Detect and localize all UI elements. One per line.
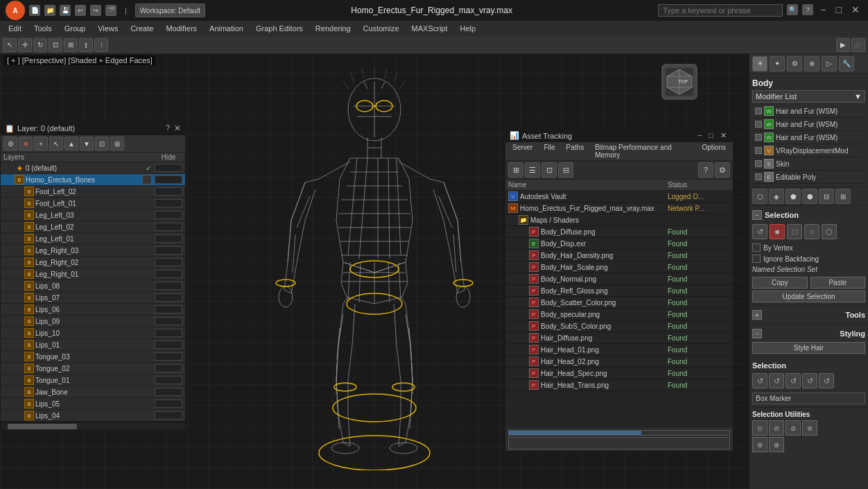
rp-modify-btn[interactable]: ⚙	[787, 56, 802, 71]
asset-row-10[interactable]: P Body_specular.png Found	[505, 309, 733, 320]
util-icon-3[interactable]: ⊚	[785, 420, 801, 436]
asset-list[interactable]: V Autodesk Vault Logged O... M Homo_Erec…	[505, 191, 733, 427]
layer-list[interactable]: ◈ 0 (default) ✓ B Homo_Erectus_Bones B F…	[1, 162, 185, 422]
mod-btn-6[interactable]: ⊞	[835, 189, 851, 204]
tools-expand-btn[interactable]: +	[752, 310, 762, 320]
mod-checkbox-3[interactable]	[755, 147, 762, 154]
layer-hide-2[interactable]	[155, 187, 182, 196]
layer-row-11[interactable]: B Lips_07	[1, 292, 185, 304]
layer-add-btn[interactable]: +	[34, 137, 48, 151]
render-btn[interactable]: ▶	[836, 38, 850, 52]
modifier-item-0[interactable]: W Hair and Fur (WSM)	[752, 105, 865, 118]
rp-motion-btn[interactable]: ▷	[822, 56, 837, 71]
redo-btn[interactable]: ↪	[90, 5, 101, 16]
menu-edit[interactable]: Edit	[3, 23, 27, 34]
sel2-icon-3[interactable]: ↺	[785, 373, 801, 388]
mirror-btn[interactable]: ⫿	[79, 38, 93, 52]
menu-modifiers[interactable]: Modifiers	[160, 23, 202, 34]
mod-btn-3[interactable]: ⬟	[785, 189, 801, 204]
search-icon[interactable]: 🔍	[787, 4, 798, 15]
layer-delete-btn[interactable]: ✕	[19, 137, 33, 151]
layer-close-btn[interactable]: ✕	[174, 123, 181, 133]
layer-hide-10[interactable]	[155, 282, 182, 290]
menu-animation[interactable]: Animation	[204, 23, 249, 34]
asset-row-6[interactable]: P Body_Hair_Scale.png Found	[505, 261, 733, 273]
layer-hide-11[interactable]	[155, 293, 182, 302]
sel2-icon-5[interactable]: ↺	[819, 373, 834, 388]
asset-menu-bitmap[interactable]: Bitmap Performance and Memory	[589, 142, 696, 160]
asset-row-7[interactable]: P Body_Normal.png Found	[505, 273, 733, 285]
asset-row-9[interactable]: P Body_Scatter_Color.png Found	[505, 297, 733, 309]
util-icon-6[interactable]: ⊗	[769, 437, 784, 452]
asset-menu-options[interactable]: Options	[697, 142, 731, 160]
layer-row-15[interactable]: B Lips_01	[1, 339, 185, 351]
layer-filter-btn[interactable]: ⊡	[95, 137, 109, 151]
layer-row-21[interactable]: B Lips_04	[1, 410, 185, 422]
rp-utility-btn[interactable]: 🔧	[839, 56, 854, 71]
nav-gizmo[interactable]: TOP	[659, 61, 700, 103]
layer-settings-btn[interactable]: ⚙	[3, 137, 17, 151]
modifier-item-2[interactable]: W Hair and Fur (WSM)	[752, 131, 865, 144]
mod-checkbox-0[interactable]	[755, 108, 762, 114]
snap-btn[interactable]: ⊞	[64, 38, 78, 52]
mod-btn-1[interactable]: ⬡	[752, 189, 767, 204]
layer-row-6[interactable]: B Leg_Left_01	[1, 233, 185, 245]
layer-row-12[interactable]: B Lips_06	[1, 304, 185, 316]
asset-row-4[interactable]: E Body_Disp.exr Found	[505, 238, 733, 250]
layer-row-5[interactable]: B Leg_Left_02	[1, 221, 185, 233]
paste-sel-btn[interactable]: Paste	[810, 277, 866, 289]
asset-close-btn[interactable]: ✕	[718, 131, 729, 140]
render-setup-btn[interactable]: 🎬	[105, 5, 116, 16]
save-btn[interactable]: 💾	[60, 5, 71, 16]
sel-icon-circle[interactable]: ○	[804, 224, 819, 239]
asset-row-15[interactable]: P Hair_Head_Spec.png Found	[505, 368, 733, 379]
align-btn[interactable]: ⫶	[94, 38, 108, 52]
mod-checkbox-1[interactable]	[755, 121, 762, 128]
asset-btn-4[interactable]: ⊟	[558, 162, 573, 178]
layer-hide-21[interactable]	[155, 411, 182, 420]
layer-hide-15[interactable]	[155, 341, 182, 349]
asset-btn-1[interactable]: ⊞	[508, 162, 523, 178]
layer-hide-0[interactable]	[155, 164, 182, 172]
menu-tools[interactable]: Tools	[28, 23, 58, 34]
layer-hide-17[interactable]	[155, 364, 182, 372]
by-vertex-checkbox[interactable]	[752, 243, 761, 252]
layer-hide-16[interactable]	[155, 352, 182, 361]
rp-create-btn[interactable]: ✦	[770, 56, 785, 71]
layer-hide-19[interactable]	[155, 388, 182, 396]
layer-hide-14[interactable]	[155, 329, 182, 337]
move-btn[interactable]: ✛	[18, 38, 32, 52]
mod-btn-2[interactable]: ◈	[769, 189, 784, 204]
sel-icon-grow[interactable]: ⬡	[822, 224, 837, 239]
asset-menu-paths[interactable]: Paths	[561, 142, 590, 160]
layer-row-9[interactable]: B Leg_Right_01	[1, 268, 185, 280]
sel-icon-loop[interactable]: ↺	[752, 224, 767, 239]
render-prod-btn[interactable]: 🎥	[851, 38, 865, 52]
layer-row-10[interactable]: B Lips_08	[1, 280, 185, 292]
minimize-btn[interactable]: −	[817, 4, 828, 17]
menu-create[interactable]: Create	[125, 23, 159, 34]
menu-rendering[interactable]: Rendering	[310, 23, 356, 34]
mod-checkbox-2[interactable]	[755, 134, 762, 141]
selection-collapse-btn[interactable]: −	[752, 210, 762, 220]
layer-row-20[interactable]: B Lips_05	[1, 398, 185, 410]
rotate-btn[interactable]: ↻	[33, 38, 47, 52]
style-hair-btn[interactable]: Style Hair	[752, 342, 865, 354]
layer-hide-12[interactable]	[155, 305, 182, 314]
menu-help[interactable]: Help	[455, 23, 482, 34]
layer-row-4[interactable]: B Leg_Left_03	[1, 209, 185, 221]
layer-hide-1[interactable]	[155, 175, 182, 184]
asset-search-bar[interactable]	[508, 437, 730, 449]
rp-hierarchy-btn[interactable]: ⊕	[804, 56, 819, 71]
layer-row-14[interactable]: B Lips_10	[1, 327, 185, 339]
scroll-thumb[interactable]	[8, 424, 77, 429]
modifier-item-3[interactable]: V VRayDisplacementMod	[752, 144, 865, 157]
layer-all-btn[interactable]: ⊞	[110, 137, 124, 151]
layer-row-17[interactable]: B Tongue_02	[1, 363, 185, 375]
layer-move-down-btn[interactable]: ▼	[80, 137, 94, 151]
layer-scrollbar[interactable]	[1, 422, 185, 430]
asset-row-0[interactable]: V Autodesk Vault Logged O...	[505, 191, 733, 203]
asset-settings-btn[interactable]: ⚙	[715, 162, 730, 178]
asset-menu-file[interactable]: File	[538, 142, 560, 160]
asset-btn-2[interactable]: ☰	[525, 162, 540, 178]
